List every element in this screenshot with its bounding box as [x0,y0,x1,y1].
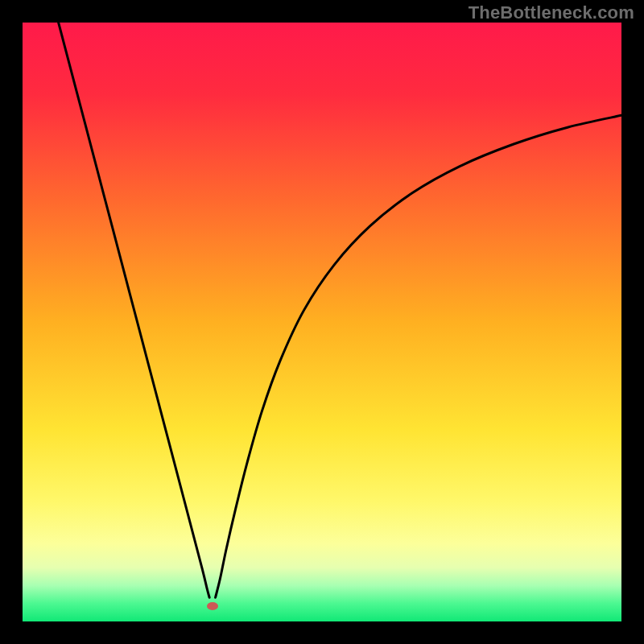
curve-left-branch [59,23,209,597]
bottleneck-curve [23,23,621,621]
watermark-text: TheBottleneck.com [469,2,634,23]
curve-right-branch [216,115,621,597]
optimal-point-marker [207,602,218,610]
chart-frame: TheBottleneck.com [0,0,644,644]
plot-area [23,23,621,621]
